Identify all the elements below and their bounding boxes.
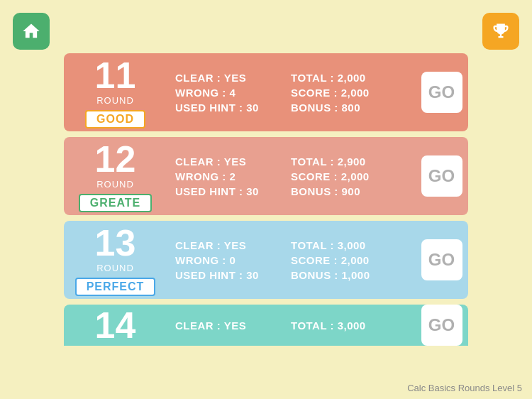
go-button-11[interactable]: GO	[421, 72, 462, 113]
stats-section-11: CLEAR : YES TOTAL : 2,000 WRONG : 4 SCOR…	[167, 53, 415, 131]
stat-clear-12: CLEAR : YES	[175, 155, 291, 168]
trophy-button[interactable]	[482, 13, 519, 50]
stat-row-3-11: USED HINT : 30 BONUS : 800	[175, 102, 406, 114]
stat-score-11: SCORE : 2,000	[291, 87, 406, 99]
stat-bonus-13: BONUS : 1,000	[291, 269, 406, 281]
stat-row-2-11: WRONG : 4 SCORE : 2,000	[175, 87, 406, 99]
go-section-12: GO	[415, 137, 468, 215]
stat-clear-13: CLEAR : YES	[175, 239, 291, 251]
stat-row-3-12: USED HINT : 30 BONUS : 900	[175, 185, 406, 197]
round-number-11: 11	[95, 57, 136, 94]
round-badge-13: PERFECT	[75, 278, 156, 296]
stats-section-12: CLEAR : YES TOTAL : 2,900 WRONG : 2 SCOR…	[167, 137, 415, 215]
round-number-14: 14	[95, 307, 136, 344]
round-number-13: 13	[95, 224, 136, 261]
stat-score-13: SCORE : 2,000	[291, 254, 406, 266]
stat-wrong-12: WRONG : 2	[175, 170, 291, 182]
home-button[interactable]	[13, 13, 50, 50]
stat-wrong-13: WRONG : 0	[175, 254, 291, 266]
round-num-section-12: 12 ROUND GREATE	[64, 137, 167, 215]
stat-bonus-11: BONUS : 800	[291, 102, 406, 114]
stat-total-14: TOTAL : 3,000	[291, 319, 406, 332]
stat-row-2-12: WRONG : 2 SCORE : 2,000	[175, 170, 406, 182]
round-label-11: ROUND	[96, 95, 134, 106]
stats-section-14: CLEAR : YES TOTAL : 3,000	[167, 305, 415, 346]
trophy-icon	[491, 21, 511, 41]
stat-row-1-11: CLEAR : YES TOTAL : 2,000	[175, 72, 406, 84]
stat-hint-13: USED HINT : 30	[175, 269, 291, 281]
stat-total-11: TOTAL : 2,000	[291, 72, 406, 84]
home-icon	[21, 21, 41, 41]
round-label-13: ROUND	[96, 263, 134, 273]
round-row-12: 12 ROUND GREATE CLEAR : YES TOTAL : 2,90…	[64, 137, 468, 215]
go-button-14[interactable]: GO	[421, 305, 462, 346]
stat-hint-12: USED HINT : 30	[175, 185, 291, 197]
round-badge-11: GOOD	[85, 110, 145, 129]
round-number-12: 12	[95, 141, 136, 177]
stat-row-2-13: WRONG : 0 SCORE : 2,000	[175, 254, 406, 266]
round-num-section-13: 13 ROUND PERFECT	[64, 221, 167, 299]
stat-bonus-12: BONUS : 900	[291, 185, 406, 197]
round-badge-12: GREATE	[79, 194, 152, 212]
go-button-12[interactable]: GO	[421, 155, 462, 197]
stat-row-3-13: USED HINT : 30 BONUS : 1,000	[175, 269, 406, 281]
stat-score-12: SCORE : 2,000	[291, 170, 406, 182]
go-section-11: GO	[415, 53, 468, 131]
go-button-13[interactable]: GO	[421, 239, 462, 280]
stat-wrong-11: WRONG : 4	[175, 87, 291, 99]
stat-total-13: TOTAL : 3,000	[291, 239, 406, 251]
stat-row-1-12: CLEAR : YES TOTAL : 2,900	[175, 155, 406, 168]
go-section-14: GO	[415, 305, 468, 346]
round-label-12: ROUND	[96, 179, 134, 190]
stat-hint-11: USED HINT : 30	[175, 102, 291, 114]
stat-row-1-13: CLEAR : YES TOTAL : 3,000	[175, 239, 406, 251]
round-row-13: 13 ROUND PERFECT CLEAR : YES TOTAL : 3,0…	[64, 221, 468, 299]
stats-section-13: CLEAR : YES TOTAL : 3,000 WRONG : 0 SCOR…	[167, 221, 415, 299]
footer-label: Calc Basics Rounds Level 5	[407, 383, 522, 393]
stat-clear-14: CLEAR : YES	[175, 319, 291, 332]
round-num-section-14: 14	[64, 305, 167, 346]
round-row-partial: 14 CLEAR : YES TOTAL : 3,000 GO	[64, 305, 468, 346]
round-num-section-11: 11 ROUND GOOD	[64, 53, 167, 131]
stat-total-12: TOTAL : 2,900	[291, 155, 406, 168]
go-section-13: GO	[415, 221, 468, 299]
stat-clear-11: CLEAR : YES	[175, 72, 291, 84]
stat-row-clear-14: CLEAR : YES TOTAL : 3,000	[175, 319, 406, 332]
rounds-container: 11 ROUND GOOD CLEAR : YES TOTAL : 2,000 …	[64, 53, 468, 378]
round-row-11: 11 ROUND GOOD CLEAR : YES TOTAL : 2,000 …	[64, 53, 468, 131]
